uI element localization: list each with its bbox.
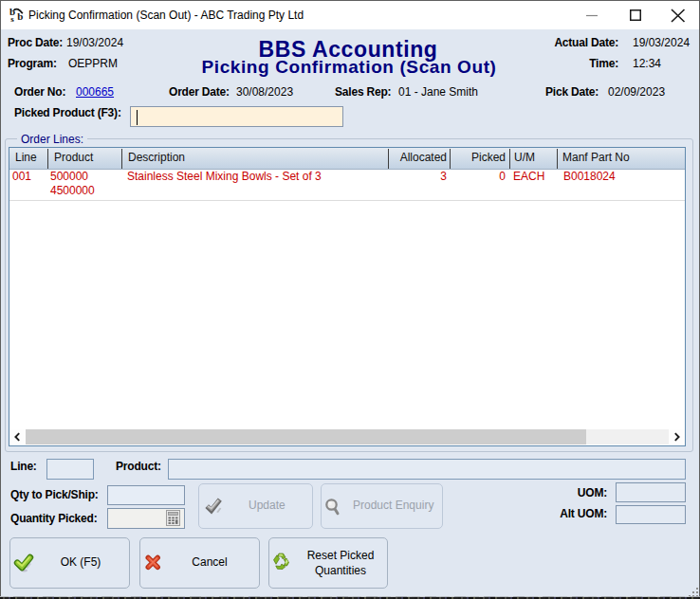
svg-text:b: b [17, 10, 23, 22]
svg-text:s: s [10, 14, 14, 23]
